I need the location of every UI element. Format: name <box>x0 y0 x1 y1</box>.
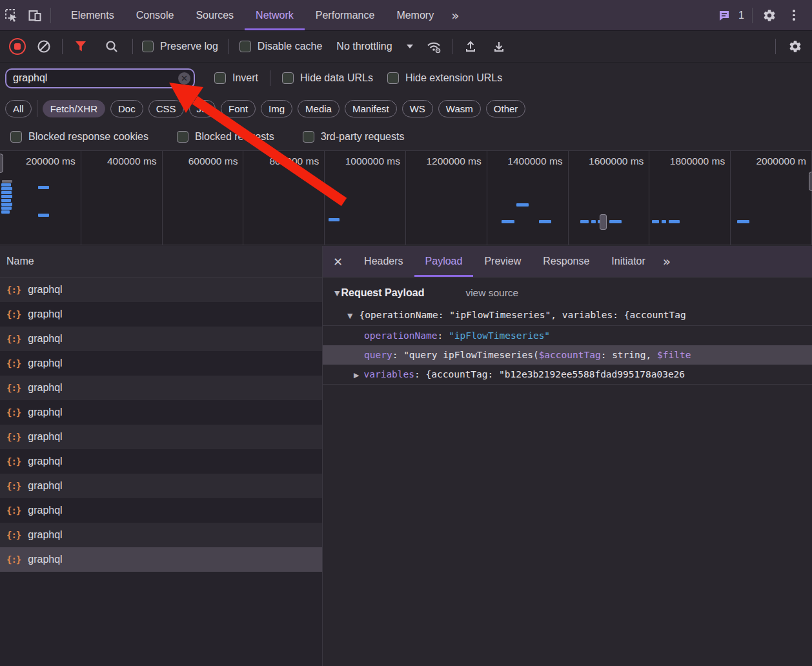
collapse-arrow-icon[interactable]: ▼ <box>334 289 340 298</box>
request-row[interactable]: {:}graphql <box>0 425 322 449</box>
checkbox-box[interactable] <box>142 41 154 52</box>
throttling-select[interactable]: No throttling <box>336 41 412 52</box>
checkbox-box[interactable] <box>214 72 226 84</box>
expand-arrow-icon[interactable]: ▶ <box>354 371 359 379</box>
json-braces-icon: {:} <box>6 383 21 393</box>
tab-network[interactable]: Network <box>245 0 305 30</box>
filter-chip-wasm[interactable]: Wasm <box>438 100 481 117</box>
separator <box>752 8 753 23</box>
more-details-tabs-icon[interactable]: » <box>656 254 677 269</box>
request-payload-section[interactable]: ▼ Request Payload view source <box>334 283 812 303</box>
hide-data-urls-label: Hide data URLs <box>300 72 373 84</box>
timeline-tick: 800000 ms <box>243 151 325 245</box>
tab-elements[interactable]: Elements <box>60 0 125 30</box>
disable-cache-label: Disable cache <box>258 41 323 52</box>
filter-chip-manifest[interactable]: Manifest <box>345 100 397 117</box>
issues-button[interactable] <box>713 4 736 27</box>
request-name: graphql <box>28 358 62 369</box>
search-button[interactable] <box>100 35 123 58</box>
checkbox-box[interactable] <box>387 72 399 84</box>
filter-chip-img[interactable]: Img <box>261 100 292 117</box>
json-braces-icon: {:} <box>6 432 21 442</box>
inspect-element-button[interactable] <box>0 4 23 27</box>
payload-value: "query ipFlowTimeseries( <box>403 350 539 360</box>
checkbox-box[interactable] <box>303 131 314 143</box>
clear-filter-button[interactable]: ✕ <box>178 72 190 85</box>
network-overview-timeline[interactable]: 200000 ms400000 ms600000 ms800000 ms1000… <box>0 150 812 245</box>
name-column-header[interactable]: Name <box>0 246 322 278</box>
blocked-requests-checkbox[interactable]: Blocked requests <box>177 131 274 143</box>
request-row[interactable]: {:}graphql <box>0 351 322 376</box>
network-settings-button[interactable] <box>784 35 807 58</box>
invert-label: Invert <box>232 72 258 84</box>
export-har-button[interactable] <box>487 35 511 58</box>
more-panels-icon[interactable]: » <box>445 8 465 23</box>
download-icon <box>492 39 506 54</box>
issues-count[interactable]: 1 <box>738 10 744 21</box>
hide-extension-urls-checkbox[interactable]: Hide extension URLs <box>387 72 502 84</box>
filter-chip-other[interactable]: Other <box>486 100 526 117</box>
payload-row-operationname[interactable]: operationName: "ipFlowTimeseries" <box>323 326 812 345</box>
filter-input[interactable] <box>5 68 195 88</box>
collapse-arrow-icon[interactable]: ▼ <box>347 312 352 320</box>
tab-memory[interactable]: Memory <box>385 0 445 30</box>
tab-sources[interactable]: Sources <box>185 0 245 30</box>
filter-chip-doc[interactable]: Doc <box>110 100 143 117</box>
filter-chip-fetch-xhr[interactable]: Fetch/XHR <box>43 100 105 117</box>
clear-network-log-button[interactable] <box>32 35 56 58</box>
tab-console[interactable]: Console <box>125 0 185 30</box>
import-har-button[interactable] <box>459 35 482 58</box>
filter-chip-media[interactable]: Media <box>298 100 340 117</box>
request-row[interactable]: {:}graphql <box>0 449 322 474</box>
filter-chip-ws[interactable]: WS <box>402 100 433 117</box>
timeline-left-grip[interactable] <box>0 154 3 173</box>
checkbox-box[interactable] <box>10 131 22 143</box>
request-row[interactable]: {:}graphql <box>0 400 322 425</box>
device-toolbar-button[interactable] <box>23 4 46 27</box>
record-network-log-button[interactable] <box>9 38 26 55</box>
request-row[interactable]: {:}graphql <box>0 547 322 572</box>
disable-cache-checkbox[interactable]: Disable cache <box>239 41 323 52</box>
payload-row-query[interactable]: query: "query ipFlowTimeseries($accountT… <box>323 345 812 365</box>
request-row[interactable]: {:}graphql <box>0 474 322 498</box>
tab-performance[interactable]: Performance <box>305 0 386 30</box>
request-row[interactable]: {:}graphql <box>0 498 322 523</box>
request-row[interactable]: {:}graphql <box>0 523 322 547</box>
json-braces-icon: {:} <box>6 554 21 565</box>
blocked-response-cookies-checkbox[interactable]: Blocked response cookies <box>10 131 148 143</box>
filter-chip-all[interactable]: All <box>5 100 32 117</box>
request-row[interactable]: {:}graphql <box>0 302 322 327</box>
checkbox-box[interactable] <box>282 72 294 84</box>
view-source-link[interactable]: view source <box>465 287 518 299</box>
preserve-log-checkbox[interactable]: Preserve log <box>142 41 218 52</box>
devtools-main-tabbar: ElementsConsoleSourcesNetworkPerformance… <box>0 0 812 31</box>
details-tab-response[interactable]: Response <box>532 246 600 277</box>
kebab-menu-button[interactable] <box>782 4 806 27</box>
checkbox-box[interactable] <box>177 131 188 143</box>
request-row[interactable]: {:}graphql <box>0 278 322 302</box>
settings-button[interactable] <box>758 4 781 27</box>
details-tab-initiator[interactable]: Initiator <box>600 246 656 277</box>
payload-rows: operationName: "ipFlowTimeseries"query: … <box>323 326 812 384</box>
details-tab-payload[interactable]: Payload <box>414 246 474 277</box>
network-conditions-button[interactable] <box>422 35 445 58</box>
timeline-tick: 1000000 ms <box>325 151 406 245</box>
filter-chip-font[interactable]: Font <box>221 100 256 117</box>
filter-chip-css[interactable]: CSS <box>148 100 184 117</box>
timeline-right-grip[interactable] <box>809 172 812 191</box>
request-row[interactable]: {:}graphql <box>0 376 322 400</box>
close-details-button[interactable]: ✕ <box>333 255 343 268</box>
details-tab-preview[interactable]: Preview <box>473 246 532 277</box>
payload-row-variables[interactable]: ▶variables: {accountTag: "b12e3b2192ee55… <box>323 365 812 384</box>
3rd-party-requests-checkbox[interactable]: 3rd-party requests <box>303 131 405 143</box>
details-tab-headers[interactable]: Headers <box>353 246 414 277</box>
panel-tabs: ElementsConsoleSourcesNetworkPerformance… <box>60 0 445 30</box>
hide-data-urls-checkbox[interactable]: Hide data URLs <box>282 72 373 84</box>
request-name: graphql <box>28 333 62 345</box>
filter-chip-js[interactable]: JS <box>189 100 216 117</box>
request-row[interactable]: {:}graphql <box>0 327 322 351</box>
payload-root-row[interactable]: ▼{operationName: "ipFlowTimeseries", var… <box>323 305 812 325</box>
checkbox-box[interactable] <box>239 41 251 52</box>
filter-toggle-button[interactable] <box>69 35 92 58</box>
invert-checkbox[interactable]: Invert <box>214 72 258 84</box>
